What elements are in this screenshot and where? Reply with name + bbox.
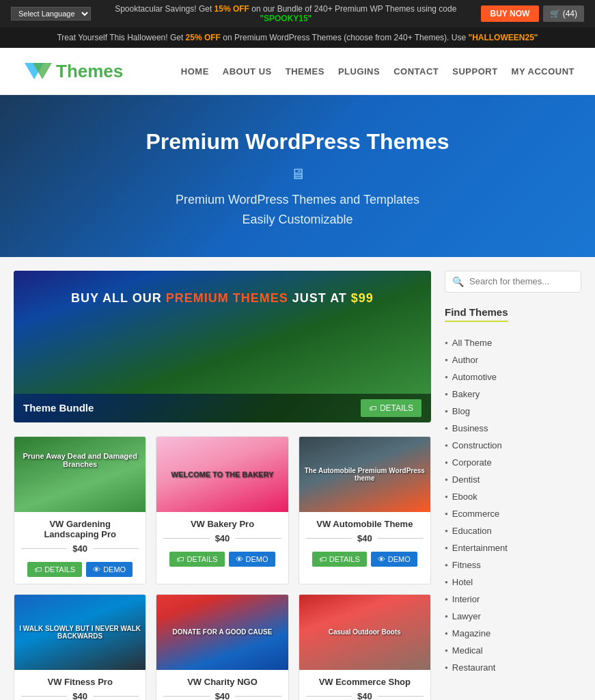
monitor-icon: 🖥 <box>14 165 581 183</box>
category-list: ●All Theme ●Author ●Automotive ●Bakery ●… <box>445 334 581 676</box>
product-actions-bakery: 🏷 DETAILS 👁 DEMO <box>156 552 288 574</box>
buy-now-button[interactable]: BUY NOW <box>481 5 540 22</box>
details-button-gardening[interactable]: 🏷 DETAILS <box>27 562 82 577</box>
category-dentist[interactable]: ●Dentist <box>445 471 581 488</box>
price-automobile: $40 <box>357 533 372 543</box>
bundle-banner-inner: BUY ALL OUR PREMIUM THEMES JUST AT $99 <box>14 271 431 422</box>
price-fitness: $40 <box>72 691 87 700</box>
category-construction[interactable]: ●Construction <box>445 437 581 454</box>
category-fitness[interactable]: ●Fitness <box>445 556 581 574</box>
product-thumb-bakery: WELCOME TO THE BAKERY <box>156 437 288 512</box>
bundle-headline: BUY ALL OUR PREMIUM THEMES JUST AT $99 <box>14 291 431 306</box>
nav-contact[interactable]: CONTACT <box>393 66 439 77</box>
search-input[interactable] <box>469 276 574 286</box>
price-row-ecommerce: $40 <box>306 691 424 700</box>
language-selector[interactable]: Select Language <box>11 7 91 21</box>
category-author[interactable]: ●Author <box>445 351 581 368</box>
price-charity: $40 <box>215 691 230 700</box>
price-gardening: $40 <box>72 543 87 554</box>
category-medical[interactable]: ●Medical <box>445 642 581 659</box>
details-button-bakery[interactable]: 🏷 DETAILS <box>169 552 224 567</box>
demo-button-gardening[interactable]: 👁 DEMO <box>86 562 133 577</box>
main-content: BUY ALL OUR PREMIUM THEMES JUST AT $99 <box>0 257 595 700</box>
product-card-ecommerce: Casual Outdoor Boots VW Ecommerce Shop $… <box>299 594 431 700</box>
product-info-charity: VW Charity NGO $40 <box>156 670 288 700</box>
product-card-charity: DONATE FOR A GOOD CAUSE VW Charity NGO $… <box>156 594 288 700</box>
nav-home[interactable]: HOME <box>181 66 209 77</box>
category-education[interactable]: ●Education <box>445 522 581 539</box>
price-row-bakery: $40 <box>163 533 281 543</box>
category-entertainment[interactable]: ●Entertainment <box>445 539 581 556</box>
details-icon-gardening: 🏷 <box>34 565 42 574</box>
details-tag-icon: 🏷 <box>369 404 376 412</box>
product-name-bakery: VW Bakery Pro <box>163 519 281 529</box>
product-thumb-fitness: I WALK SLOWLY BUT I NEVER WALK BACKWARDS <box>14 595 146 670</box>
bundle-image: BUY ALL OUR PREMIUM THEMES JUST AT $99 <box>14 271 431 394</box>
category-corporate[interactable]: ●Corporate <box>445 454 581 471</box>
category-interior[interactable]: ●Interior <box>445 591 581 608</box>
product-name-charity: VW Charity NGO <box>163 677 281 687</box>
category-all-theme[interactable]: ●All Theme <box>445 334 581 351</box>
nav-support[interactable]: SUPPORT <box>452 66 497 77</box>
product-thumb-gardening: Prune Away Dead and Damaged Branches <box>14 437 146 512</box>
product-name-automobile: VW Automobile Theme <box>306 519 424 529</box>
product-card-bakery: WELCOME TO THE BAKERY VW Bakery Pro $40 … <box>156 436 288 584</box>
demo-button-automobile[interactable]: 👁 DEMO <box>371 552 417 567</box>
product-actions-automobile: 🏷 DETAILS 👁 DEMO <box>299 552 430 574</box>
bundle-footer: Theme Bundle 🏷 DETAILS <box>14 394 431 422</box>
nav-about[interactable]: ABOUT US <box>223 66 272 77</box>
category-restaurant[interactable]: ●Restaurant <box>445 659 581 676</box>
product-info-ecommerce: VW Ecommerce Shop $40 <box>299 670 430 700</box>
details-button-automobile[interactable]: 🏷 DETAILS <box>312 552 367 567</box>
cart-button[interactable]: 🛒 (44) <box>543 5 584 22</box>
price-bakery: $40 <box>215 533 230 543</box>
bundle-banner: BUY ALL OUR PREMIUM THEMES JUST AT $99 <box>14 271 431 422</box>
product-info-bakery: VW Bakery Pro $40 <box>156 512 288 552</box>
demo-icon-automobile: 👁 <box>378 555 385 563</box>
demo-icon-gardening: 👁 <box>93 565 100 574</box>
demo-icon-bakery: 👁 <box>236 555 243 563</box>
find-themes-title: Find Themes <box>445 306 508 322</box>
product-thumb-ecommerce: Casual Outdoor Boots <box>299 595 430 670</box>
top-bar: Select Language Spooktacular Savings! Ge… <box>0 0 595 27</box>
left-column: BUY ALL OUR PREMIUM THEMES JUST AT $99 <box>14 271 431 700</box>
product-actions-gardening: 🏷 DETAILS 👁 DEMO <box>14 562 146 584</box>
bundle-details-button[interactable]: 🏷 DETAILS <box>361 399 421 417</box>
mock-themes <box>208 298 236 366</box>
details-icon-bakery: 🏷 <box>176 555 184 563</box>
price-row-gardening: $40 <box>21 543 139 554</box>
category-automotive[interactable]: ●Automotive <box>445 368 581 386</box>
product-info-gardening: VW Gardening Landscaping Pro $40 <box>14 512 146 562</box>
product-card-automobile: The Automobile Premium WordPress theme V… <box>299 436 431 584</box>
category-ebook[interactable]: ●Ebook <box>445 488 581 505</box>
search-icon: 🔍 <box>452 276 464 287</box>
price-row-automobile: $40 <box>306 533 424 543</box>
product-card-fitness: I WALK SLOWLY BUT I NEVER WALK BACKWARDS… <box>14 594 146 700</box>
price-row-fitness: $40 <box>21 691 139 700</box>
category-bakery[interactable]: ●Bakery <box>445 386 581 403</box>
nav-plugins[interactable]: PLUGINS <box>338 66 380 77</box>
site-header: Themes HOME ABOUT US THEMES PLUGINS CONT… <box>0 48 595 95</box>
nav-themes[interactable]: THEMES <box>286 66 324 77</box>
product-info-automobile: VW Automobile Theme $40 <box>299 512 430 552</box>
nav-myaccount[interactable]: MY ACCOUNT <box>512 66 575 77</box>
details-icon-automobile: 🏷 <box>319 555 327 563</box>
logo[interactable]: Themes <box>20 57 123 85</box>
product-name-fitness: VW Fitness Pro <box>21 677 139 687</box>
category-magazine[interactable]: ●Magazine <box>445 625 581 642</box>
category-ecommerce[interactable]: ●Ecommerce <box>445 505 581 522</box>
category-hotel[interactable]: ●Hotel <box>445 574 581 591</box>
right-sidebar: 🔍 Find Themes ●All Theme ●Author ●Automo… <box>445 271 581 700</box>
promo-text: Spooktacular Savings! Get 15% OFF on our… <box>91 4 481 23</box>
category-business[interactable]: ●Business <box>445 420 581 437</box>
category-lawyer[interactable]: ●Lawyer <box>445 608 581 625</box>
product-name-gardening: VW Gardening Landscaping Pro <box>21 519 139 539</box>
price-row-charity: $40 <box>163 691 281 700</box>
category-blog[interactable]: ●Blog <box>445 403 581 420</box>
demo-button-bakery[interactable]: 👁 DEMO <box>229 552 275 567</box>
product-name-ecommerce: VW Ecommerce Shop <box>306 677 424 687</box>
product-grid: Prune Away Dead and Damaged Branches VW … <box>14 436 431 700</box>
search-box[interactable]: 🔍 <box>445 271 581 293</box>
logo-icon <box>20 57 53 85</box>
hero-title: Premium WordPress Themes <box>14 129 581 154</box>
